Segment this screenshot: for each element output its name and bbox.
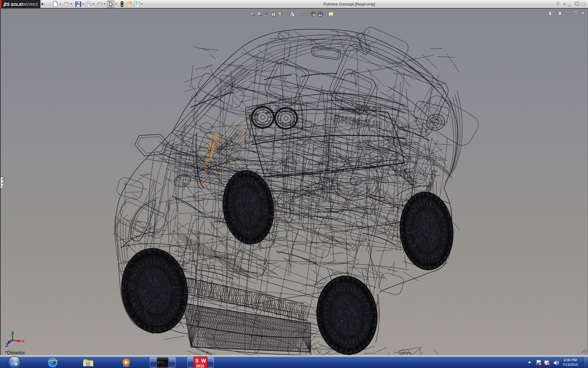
svg-text:e: e — [50, 358, 54, 367]
svg-text:W: W — [201, 358, 206, 363]
svg-text:2015: 2015 — [196, 364, 204, 368]
svg-text:S: S — [195, 358, 199, 363]
svg-text:C:\_: C:\_ — [158, 361, 164, 364]
